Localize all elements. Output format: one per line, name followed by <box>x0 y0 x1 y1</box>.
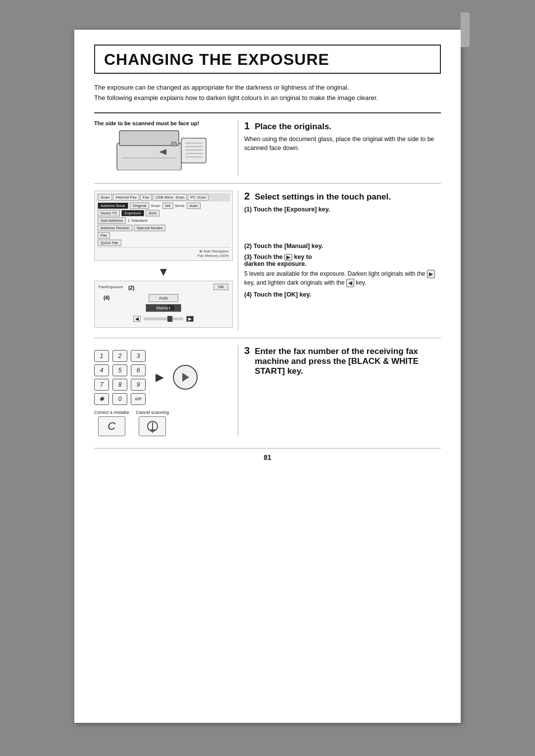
step-1-row: The side to be scanned must be face up! <box>94 112 441 183</box>
slider-bar <box>144 317 183 320</box>
cancel-scanning-group: Cancel scanning <box>136 410 169 436</box>
key-4: 4 <box>94 364 109 376</box>
step-2-right: 2 Select settings in the touch panel. (1… <box>238 191 441 331</box>
keypad-area: 1 2 3 4 5 6 7 8 9 ✱ 0 #/P ▶ <box>94 345 233 410</box>
address-review-btn: Address Review <box>98 225 132 231</box>
key-7: 7 <box>94 379 109 391</box>
sub-step-1: (1) Touch the [Exposure] key. <box>244 206 441 213</box>
svg-rect-1 <box>119 131 179 146</box>
step-2-row: Scan Internet Fax Fax USB Mem. Scan PC S… <box>94 183 441 338</box>
panel-row-3: Sub Address 1 Standard <box>97 217 230 224</box>
panel-row-2: Direct TX Exposure Auto <box>97 210 230 216</box>
step-3-row: 1 2 3 4 5 6 7 8 9 ✱ 0 #/P ▶ <box>94 338 441 443</box>
send-label: Send: <box>175 203 185 208</box>
auto-btn: Auto <box>149 294 179 302</box>
step-3-right: 3 Enter the fax number of the receiving … <box>238 345 441 436</box>
title-bar: CHANGING THE EXPOSURE <box>94 45 441 74</box>
right-key-inline: ▶ <box>284 254 292 260</box>
step-3-left: 1 2 3 4 5 6 7 8 9 ✱ 0 #/P ▶ <box>94 345 238 436</box>
address-book-btn: Address Book <box>98 202 128 209</box>
exposure-options: Auto Manual ◀ ▶ <box>99 292 228 324</box>
step-1-left: The side to be scanned must be face up! <box>94 120 238 176</box>
start-icon <box>178 370 192 384</box>
arrow-right: ▶ <box>156 371 164 384</box>
exposure-header: Fax/Exposure OK <box>99 284 228 290</box>
sub-desc-3: 5 levels are available for the exposure.… <box>244 269 441 287</box>
key-2: 2 <box>112 350 127 362</box>
key-8: 8 <box>112 379 127 391</box>
key-6: 6 <box>131 364 146 376</box>
step-2-number: 2 <box>244 191 250 202</box>
step-1-heading: Place the originals. <box>255 122 331 132</box>
a4-btn: A4 <box>162 202 173 209</box>
arrow-down: ▼ <box>94 265 233 279</box>
correct-mistake-group: Correct a mistake C <box>94 410 129 436</box>
step-2-title: 2 Select settings in the touch panel. <box>244 191 441 202</box>
keypad: 1 2 3 4 5 6 7 8 9 ✱ 0 #/P <box>94 350 147 405</box>
exposure-panel-title: Fax/Exposure <box>99 285 123 289</box>
start-button[interactable] <box>173 365 198 390</box>
panel-tab-usb: USB Mem. Scan <box>153 194 187 201</box>
special-modes-btn: Special Modes <box>134 225 165 231</box>
svg-rect-3 <box>181 138 206 163</box>
panel-row-5: File <box>97 232 230 239</box>
exposure-btn: Exposure <box>121 210 144 216</box>
svg-marker-11 <box>182 373 189 382</box>
exposure-slider-row: ◀ ▶ <box>133 316 194 322</box>
quick-file-btn: Quick File <box>98 240 121 246</box>
auto-send-btn: Auto <box>187 202 201 209</box>
left-arrow-btn: ◀ <box>133 316 141 322</box>
panel-row-4: Address Review Special Modes <box>97 225 230 231</box>
intro-line-1: The exposure can be changed as appropria… <box>94 84 349 91</box>
page-title: CHANGING THE EXPOSURE <box>104 50 431 69</box>
key-1: 1 <box>94 350 109 362</box>
manual-btn: Manual <box>146 304 181 312</box>
panel-tab-pc: PC Scan <box>188 194 209 201</box>
num-1: 1 <box>127 218 129 223</box>
panel-row-1: Address Book Original Scan: A4 Send: Aut… <box>97 202 230 209</box>
original-btn: Original <box>130 202 150 209</box>
panel-row-6: Quick File <box>97 240 230 246</box>
scan-label: Scan: <box>151 203 160 208</box>
panel-footer: ⊕ Auto ReceptionFax Memory:100% <box>97 249 230 258</box>
right-key-note: ▶ <box>427 270 435 278</box>
cancel-icon <box>146 419 160 433</box>
scanner-label: The side to be scanned must be face up! <box>94 120 229 126</box>
intro-text: The exposure can be changed as appropria… <box>94 83 441 103</box>
panel-tab-fax: Fax <box>140 194 152 201</box>
step-3-title: 3 Enter the fax number of the receiving … <box>244 345 441 376</box>
page-number: 81 <box>94 448 441 465</box>
svg-rect-0 <box>117 143 181 170</box>
step-1-right: 1 Place the originals. When using the do… <box>238 120 441 176</box>
cancel-scanning-button[interactable] <box>139 416 166 436</box>
side-tab <box>461 12 470 47</box>
badge-2: (2) <box>128 285 134 291</box>
step-3-heading: Enter the fax number of the receiving fa… <box>255 347 441 376</box>
step-2-left: Scan Internet Fax Fax USB Mem. Scan PC S… <box>94 191 238 331</box>
panel-tab-ifax: Internet Fax <box>113 194 139 201</box>
svg-rect-2 <box>171 142 176 146</box>
step-1-number: 1 <box>244 120 250 132</box>
step-2-heading: Select settings in the touch panel. <box>255 192 391 202</box>
slider-thumb <box>167 316 172 322</box>
key-3: 3 <box>131 350 146 362</box>
standard-label: Standard <box>131 218 147 223</box>
cancel-scanning-label: Cancel scanning <box>136 410 169 415</box>
panel-tab-scan: Scan <box>98 194 112 201</box>
step-1-desc: When using the document glass, place the… <box>244 135 441 153</box>
panel-divider <box>97 247 230 248</box>
touch-panel-illustration: Scan Internet Fax Fax USB Mem. Scan PC S… <box>94 191 233 261</box>
file-btn: File <box>98 232 110 239</box>
key-star: ✱ <box>94 393 109 405</box>
badge-3: (3) <box>168 305 174 310</box>
correct-mistake-label: Correct a mistake <box>94 410 129 415</box>
auto-exp-btn: Auto <box>146 210 160 216</box>
sub-step-4: (4) Touch the [OK] key. <box>244 291 441 298</box>
exposure-panel: Fax/Exposure OK Auto Manual ◀ ▶ <box>94 281 233 328</box>
page: CHANGING THE EXPOSURE The exposure can b… <box>74 30 461 723</box>
left-key-note: ◀ <box>346 279 354 287</box>
scanner-svg <box>112 128 211 170</box>
correct-mistake-button[interactable]: C <box>98 416 125 436</box>
sub-address-btn: Sub Address <box>98 217 126 224</box>
panel-tabs: Scan Internet Fax Fax USB Mem. Scan PC S… <box>97 193 230 202</box>
